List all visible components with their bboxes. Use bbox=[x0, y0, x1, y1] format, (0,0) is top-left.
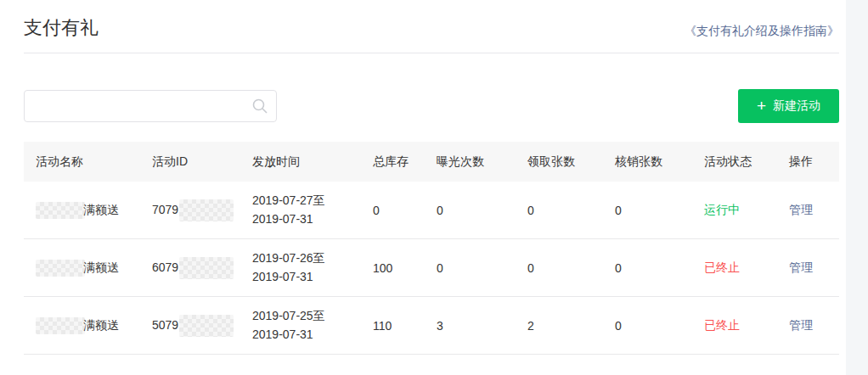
status-badge: 已终止 bbox=[704, 260, 740, 274]
censored-name-mosaic bbox=[36, 317, 85, 334]
toolbar: + 新建活动 bbox=[24, 89, 839, 123]
col-header-redeemed: 核销张数 bbox=[603, 154, 692, 170]
claimed-cell: 2 bbox=[516, 319, 603, 333]
col-header-exposures: 曝光次数 bbox=[425, 154, 516, 170]
manage-link[interactable]: 管理 bbox=[789, 318, 813, 332]
new-activity-button[interactable]: + 新建活动 bbox=[738, 89, 839, 123]
table-row: 满额送 5079 2019-07-25至 2019-07-31 110 3 2 … bbox=[24, 297, 839, 355]
censored-id-mosaic bbox=[179, 315, 234, 337]
redeemed-cell: 0 bbox=[603, 204, 692, 217]
activity-id-cell: 6079 bbox=[140, 257, 240, 279]
page-header: 支付有礼 《支付有礼介绍及操作指南》 bbox=[24, 0, 839, 53]
action-cell: 管理 bbox=[777, 318, 839, 333]
exposures-cell: 0 bbox=[425, 261, 516, 275]
col-header-action: 操作 bbox=[777, 154, 839, 170]
plus-icon: + bbox=[757, 98, 766, 114]
status-cell: 运行中 bbox=[692, 203, 777, 218]
table-header-row: 活动名称 活动ID 发放时间 总库存 曝光次数 领取张数 核销张数 活动状态 操… bbox=[24, 142, 839, 182]
censored-id-mosaic bbox=[179, 257, 234, 279]
activity-name-cell: 满额送 bbox=[24, 202, 140, 219]
censored-name-mosaic bbox=[36, 260, 85, 277]
col-header-id: 活动ID bbox=[140, 154, 240, 170]
stock-cell: 110 bbox=[361, 319, 425, 333]
col-header-claimed: 领取张数 bbox=[516, 154, 603, 170]
censored-name-mosaic bbox=[36, 202, 85, 219]
stock-cell: 0 bbox=[361, 204, 425, 217]
manage-link[interactable]: 管理 bbox=[789, 203, 813, 216]
exposures-cell: 3 bbox=[425, 319, 516, 333]
table-row: 满额送 6079 2019-07-26至 2019-07-31 100 0 0 … bbox=[24, 239, 839, 297]
status-badge: 已终止 bbox=[704, 318, 740, 332]
stock-cell: 100 bbox=[361, 261, 425, 275]
redeemed-cell: 0 bbox=[603, 319, 692, 333]
status-badge: 运行中 bbox=[704, 203, 740, 216]
claimed-cell: 0 bbox=[516, 204, 603, 217]
page-right-gutter bbox=[846, 0, 868, 375]
action-cell: 管理 bbox=[777, 203, 839, 218]
status-cell: 已终止 bbox=[692, 260, 777, 276]
new-activity-button-label: 新建活动 bbox=[773, 98, 820, 114]
activity-table: 活动名称 活动ID 发放时间 总库存 曝光次数 领取张数 核销张数 活动状态 操… bbox=[24, 142, 839, 355]
search-input[interactable] bbox=[24, 90, 277, 122]
action-cell: 管理 bbox=[777, 260, 839, 276]
table-row: 满额送 7079 2019-07-27至 2019-07-31 0 0 0 0 … bbox=[24, 182, 839, 239]
activity-name-cell: 满额送 bbox=[24, 260, 140, 277]
status-cell: 已终止 bbox=[692, 318, 777, 333]
activity-name-cell: 满额送 bbox=[24, 317, 140, 334]
date-range-cell: 2019-07-25至 2019-07-31 bbox=[240, 307, 361, 344]
activity-id-cell: 5079 bbox=[140, 315, 240, 337]
col-header-date: 发放时间 bbox=[240, 153, 361, 171]
guide-link[interactable]: 《支付有礼介绍及操作指南》 bbox=[685, 24, 839, 39]
page-title: 支付有礼 bbox=[24, 15, 99, 41]
activity-id-cell: 7079 bbox=[140, 199, 240, 221]
exposures-cell: 0 bbox=[425, 204, 516, 217]
col-header-status: 活动状态 bbox=[692, 154, 777, 170]
censored-id-mosaic bbox=[179, 199, 234, 221]
main-container: 支付有礼 《支付有礼介绍及操作指南》 + 新建活动 活动名称 活动ID 发放时间… bbox=[24, 0, 839, 355]
col-header-name: 活动名称 bbox=[24, 154, 140, 170]
manage-link[interactable]: 管理 bbox=[789, 260, 813, 274]
col-header-stock: 总库存 bbox=[361, 154, 425, 170]
date-range-cell: 2019-07-27至 2019-07-31 bbox=[240, 192, 361, 228]
date-range-cell: 2019-07-26至 2019-07-31 bbox=[240, 249, 361, 286]
redeemed-cell: 0 bbox=[603, 261, 692, 275]
search-box bbox=[24, 90, 277, 122]
claimed-cell: 0 bbox=[516, 261, 603, 275]
search-icon[interactable] bbox=[251, 98, 268, 115]
